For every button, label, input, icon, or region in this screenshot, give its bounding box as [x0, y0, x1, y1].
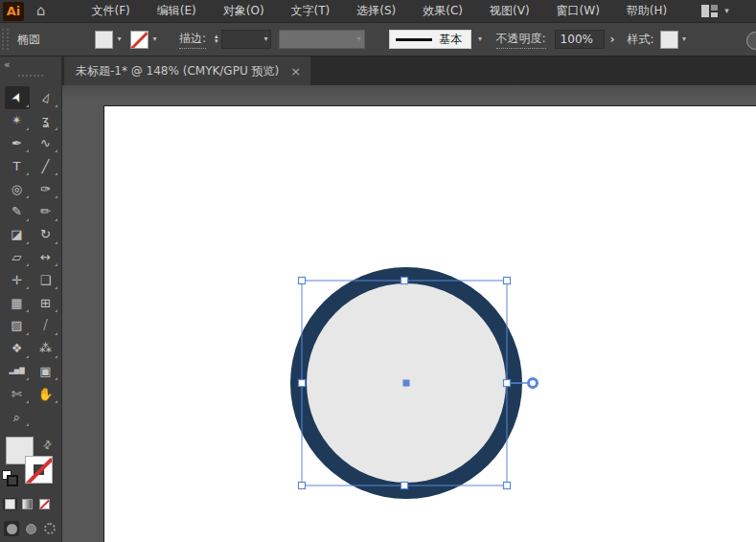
- menu-item[interactable]: 选择(S): [343, 0, 409, 22]
- blob-brush-tool-icon: ✏: [40, 205, 51, 217]
- scale-tool-icon: ▱: [12, 251, 22, 263]
- paintbrush-tool[interactable]: ✑: [34, 177, 58, 200]
- opacity-panel-link[interactable]: 不透明度:: [496, 31, 546, 49]
- menu-item[interactable]: 文件(F): [79, 0, 144, 22]
- zoom-tool-icon: ⌕: [13, 411, 20, 423]
- brush-name: 基本: [440, 32, 463, 48]
- selection-tool[interactable]: ➤: [5, 86, 30, 109]
- menu-bar: Ai ⌂ 文件(F)编辑(E)对象(O)文字(T)选择(S)效果(C)视图(V)…: [0, 0, 756, 23]
- blob-brush-tool[interactable]: ✏: [34, 200, 58, 223]
- pen-tool[interactable]: ✒: [5, 132, 30, 155]
- menu-item[interactable]: 帮助(H): [613, 0, 680, 22]
- tools-panel: « ➤▻✴ʓ✒∿T╱◎✑✎✏◪↻▱↔✛❑▦⊞▨⧸❖⁂▂▅▇▣✄✋⌕ ⇄: [0, 56, 62, 542]
- chevron-down-icon[interactable]: ▾: [149, 35, 161, 43]
- close-icon[interactable]: ×: [290, 65, 301, 78]
- perspective-grid-tool[interactable]: ⊞: [34, 291, 58, 314]
- menu-item[interactable]: 对象(O): [210, 0, 278, 22]
- artboard-tool-icon: ▣: [39, 365, 51, 377]
- free-transform-tool[interactable]: ❑: [34, 268, 58, 291]
- pen-tool-icon: ✒: [11, 137, 22, 149]
- curvature-tool-icon: ∿: [40, 137, 51, 149]
- none-mode-button[interactable]: [37, 498, 52, 510]
- stroke-proxy-swatch[interactable]: [25, 456, 53, 484]
- type-tool-icon: T: [13, 160, 21, 172]
- hand-tool[interactable]: ✋: [34, 382, 58, 405]
- brush-dropdown-button[interactable]: ▾: [473, 30, 488, 49]
- panel-grip-handle[interactable]: [2, 29, 9, 50]
- chevron-down-icon[interactable]: ▾: [264, 35, 268, 43]
- default-fill-stroke-icon[interactable]: [2, 470, 16, 485]
- app-logo-icon[interactable]: Ai: [3, 2, 24, 21]
- direct-selection-tool[interactable]: ▻: [34, 86, 58, 109]
- perspective-grid-tool-icon: ⊞: [40, 297, 51, 309]
- menu-item[interactable]: 文字(T): [278, 0, 344, 22]
- slice-tool-icon: ✄: [11, 388, 22, 400]
- draw-inside-button[interactable]: [42, 521, 57, 536]
- eyedropper-tool-icon: ⧸: [43, 319, 47, 331]
- shape-builder-tool-icon: ✛: [11, 274, 22, 286]
- color-mode-button[interactable]: [3, 498, 17, 510]
- menu-item[interactable]: 窗口(W): [543, 0, 613, 22]
- swap-fill-stroke-icon[interactable]: ⇄: [40, 438, 56, 453]
- blend-tool[interactable]: ❖: [5, 337, 30, 360]
- line-segment-tool[interactable]: ╱: [34, 154, 58, 177]
- opacity-value: 100%: [561, 33, 593, 46]
- panel-drag-handle[interactable]: [18, 75, 43, 77]
- style-swatch[interactable]: [660, 31, 678, 49]
- document-tab-bar: 未标题-1* @ 148% (CMYK/GPU 预览) ×: [62, 56, 756, 85]
- artboard[interactable]: [103, 105, 756, 542]
- column-graph-tool[interactable]: ▂▅▇: [5, 360, 30, 383]
- type-tool[interactable]: T: [5, 154, 30, 177]
- collapse-panel-icon[interactable]: «: [4, 58, 11, 71]
- stroke-color-swatch[interactable]: [130, 31, 149, 49]
- home-icon[interactable]: ⌂: [36, 4, 46, 18]
- slice-tool[interactable]: ✄: [5, 382, 30, 405]
- document-tab-title: 未标题-1* @ 148% (CMYK/GPU 预览): [76, 63, 279, 79]
- ellipse-tool[interactable]: ◎: [5, 177, 30, 200]
- gradient-mode-button[interactable]: [20, 498, 34, 510]
- pasteboard[interactable]: [62, 85, 756, 542]
- style-dropdown[interactable]: ▾: [654, 31, 691, 49]
- gradient-tool[interactable]: ▨: [5, 314, 30, 337]
- opacity-more-arrow[interactable]: ›: [610, 33, 615, 46]
- shape-builder-tool[interactable]: ✛: [5, 268, 30, 291]
- workspace-switcher[interactable]: ▾: [701, 5, 729, 17]
- mesh-tool[interactable]: ▦: [5, 291, 30, 314]
- rotate-tool[interactable]: ↻: [34, 223, 58, 246]
- magic-wand-tool-icon: ✴: [11, 114, 22, 126]
- eyedropper-tool[interactable]: ⧸: [34, 314, 58, 337]
- document-tab[interactable]: 未标题-1* @ 148% (CMYK/GPU 预览) ×: [64, 56, 310, 85]
- menu-item[interactable]: 编辑(E): [144, 0, 210, 22]
- chevron-down-icon[interactable]: ▾: [113, 35, 126, 43]
- symbol-sprayer-tool[interactable]: ⁂: [34, 337, 58, 360]
- scale-tool[interactable]: ▱: [5, 246, 30, 269]
- chevron-down-icon[interactable]: ▾: [678, 35, 691, 43]
- illustrator-window: Ai ⌂ 文件(F)编辑(E)对象(O)文字(T)选择(S)效果(C)视图(V)…: [0, 0, 756, 542]
- stroke-panel-link[interactable]: 描边:: [179, 31, 206, 49]
- zoom-tool[interactable]: ⌕: [5, 405, 30, 428]
- menu-item[interactable]: 效果(C): [409, 0, 476, 22]
- opacity-input[interactable]: 100%: [555, 30, 605, 49]
- hand-tool-icon: ✋: [37, 388, 53, 400]
- shaper-tool[interactable]: ✎: [5, 200, 30, 223]
- eraser-tool[interactable]: ◪: [5, 223, 30, 246]
- chevron-down-icon: ▾: [357, 35, 361, 43]
- magic-wand-tool[interactable]: ✴: [5, 109, 30, 132]
- shaper-tool-icon: ✎: [11, 205, 22, 217]
- menu-item[interactable]: 视图(V): [476, 0, 543, 22]
- draw-behind-button[interactable]: [23, 521, 38, 536]
- draw-normal-button[interactable]: [4, 521, 19, 536]
- stroke-weight-stepper[interactable]: ▴▾: [215, 34, 218, 44]
- stroke-weight-input[interactable]: ▾: [221, 30, 271, 49]
- brush-definition-dropdown[interactable]: 基本: [389, 30, 471, 49]
- artboard-tool[interactable]: ▣: [34, 360, 58, 383]
- style-label: 样式:: [628, 32, 654, 48]
- mesh-tool-icon: ▦: [11, 297, 22, 309]
- fill-color-swatch[interactable]: [95, 31, 113, 49]
- lasso-tool[interactable]: ʓ: [34, 109, 58, 132]
- menu-items: 文件(F)编辑(E)对象(O)文字(T)选择(S)效果(C)视图(V)窗口(W)…: [79, 0, 681, 22]
- symbol-sprayer-tool-icon: ⁂: [39, 342, 52, 354]
- curvature-tool[interactable]: ∿: [34, 132, 58, 155]
- free-transform-tool-icon: ❑: [40, 274, 52, 286]
- width-tool[interactable]: ↔: [34, 246, 58, 269]
